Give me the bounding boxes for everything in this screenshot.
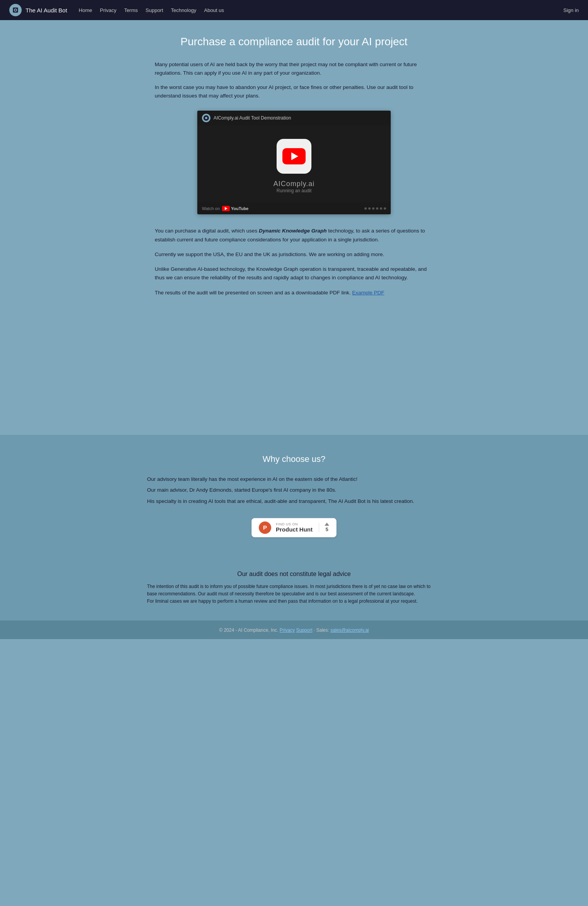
nav-support[interactable]: Support (145, 7, 163, 13)
navbar-links: Home Privacy Terms Support Technology Ab… (79, 7, 564, 13)
footer-privacy-link[interactable]: Privacy (280, 627, 295, 633)
youtube-play-icon (225, 207, 227, 210)
product-hunt-text-block: FIND US ON Product Hunt (276, 522, 313, 533)
nav-about[interactable]: About us (204, 7, 224, 13)
nav-home[interactable]: Home (79, 7, 92, 13)
body-p1-em: Dynamic Knowledge Graph (259, 228, 327, 234)
nav-privacy[interactable]: Privacy (100, 7, 116, 13)
example-pdf-link[interactable]: Example PDF (352, 290, 384, 296)
legal-text: The intention of this audit is to inform… (147, 583, 441, 605)
intro-paragraph-2: In the worst case you may have to abando… (155, 83, 433, 100)
footer: © 2024 - AI Compliance, Inc. Privacy Sup… (0, 621, 588, 639)
ctrl-dot-3 (372, 207, 374, 210)
why-inner: Why choose us? Our advisory team literal… (147, 454, 441, 537)
ctrl-dot-6 (384, 207, 386, 210)
why-line-2: Our main advisor, Dr Andy Edmonds, start… (147, 486, 441, 494)
legal-inner: Our audit does not constitute legal advi… (147, 571, 441, 605)
ctrl-dot-5 (380, 207, 382, 210)
product-hunt-score-number: 5 (325, 527, 328, 532)
body-p4-pre: The results of the audit will be present… (155, 290, 352, 296)
nav-terms[interactable]: Terms (124, 7, 138, 13)
video-subtitle: Running an audit (277, 188, 312, 193)
nav-technology[interactable]: Technology (171, 7, 197, 13)
svg-point-5 (205, 117, 207, 119)
intro-paragraph-1: Many potential users of AI are held back… (155, 60, 433, 77)
youtube-play-inner (282, 148, 306, 164)
body-paragraph-1: You can purchase a digital audit, which … (155, 227, 433, 244)
navbar: The AI Audit Bot Home Privacy Terms Supp… (0, 0, 588, 20)
watch-on-youtube: Watch on YouTube (202, 206, 248, 211)
product-hunt-find-us-label: FIND US ON (276, 522, 313, 526)
svg-point-3 (15, 9, 16, 11)
youtube-icon (222, 206, 230, 211)
video-header: AIComply.ai Audit Tool Demonstration (197, 111, 391, 125)
ctrl-dot-2 (368, 207, 371, 210)
footer-text: © 2024 - AI Compliance, Inc. Privacy Sup… (219, 627, 369, 633)
video-footer: Watch on YouTube (197, 203, 391, 214)
youtube-label: YouTube (231, 206, 248, 211)
body-paragraph-2: Currently we support the USA, the EU and… (155, 250, 433, 259)
footer-copyright: © 2024 - AI Compliance, Inc. (219, 627, 278, 633)
product-hunt-logo-icon: P (259, 521, 271, 534)
video-header-logo-icon (202, 114, 210, 122)
ctrl-dot-4 (376, 207, 378, 210)
footer-support-link[interactable]: Support (296, 627, 312, 633)
body-p1-text: You can purchase a digital audit, which … (155, 228, 259, 234)
video-body[interactable]: AIComply.ai Running an audit (197, 125, 391, 203)
signin-link[interactable]: Sign in (563, 7, 579, 13)
video-brand-text: AIComply.ai (273, 180, 315, 188)
play-triangle-icon (291, 152, 298, 160)
product-hunt-score: 5 (319, 523, 329, 532)
product-hunt-name: Product Hunt (276, 526, 313, 533)
navbar-brand: The AI Audit Bot (9, 4, 67, 16)
video-header-title: AIComply.ai Audit Tool Demonstration (214, 115, 291, 121)
video-embed[interactable]: AIComply.ai Audit Tool Demonstration AIC… (197, 111, 391, 214)
why-line-3: His specialty is in creating AI tools th… (147, 497, 441, 506)
product-hunt-upvote-icon (325, 523, 329, 526)
product-hunt-badge[interactable]: P FIND US ON Product Hunt 5 (251, 518, 337, 537)
video-controls[interactable] (364, 207, 386, 210)
legal-title: Our audit does not constitute legal advi… (147, 571, 441, 578)
body-paragraph-3: Unlike Generative AI-based technology, t… (155, 265, 433, 282)
page-title: Purchase a compliance audit for your AI … (155, 36, 433, 48)
why-choose-us-section: Why choose us? Our advisory team literal… (0, 435, 588, 563)
why-title: Why choose us? (147, 454, 441, 464)
footer-sales-pre: · Sales: (314, 627, 330, 633)
legal-section: Our audit does not constitute legal advi… (0, 563, 588, 621)
brand-logo-icon (9, 4, 22, 16)
youtube-play-button[interactable] (277, 139, 311, 174)
pricing-widget-area (155, 303, 433, 412)
product-hunt-badge-container: P FIND US ON Product Hunt 5 (147, 518, 441, 537)
watch-on-label: Watch on (202, 206, 220, 211)
main-content: Purchase a compliance audit for your AI … (147, 20, 441, 435)
why-line-1: Our advisory team literally has the most… (147, 475, 441, 484)
brand-title: The AI Audit Bot (26, 7, 67, 14)
youtube-logo: YouTube (222, 206, 248, 211)
ctrl-dot-1 (364, 207, 367, 210)
footer-sales-email[interactable]: sales@aicomply.ai (330, 627, 369, 633)
body-paragraph-4: The results of the audit will be present… (155, 289, 433, 297)
